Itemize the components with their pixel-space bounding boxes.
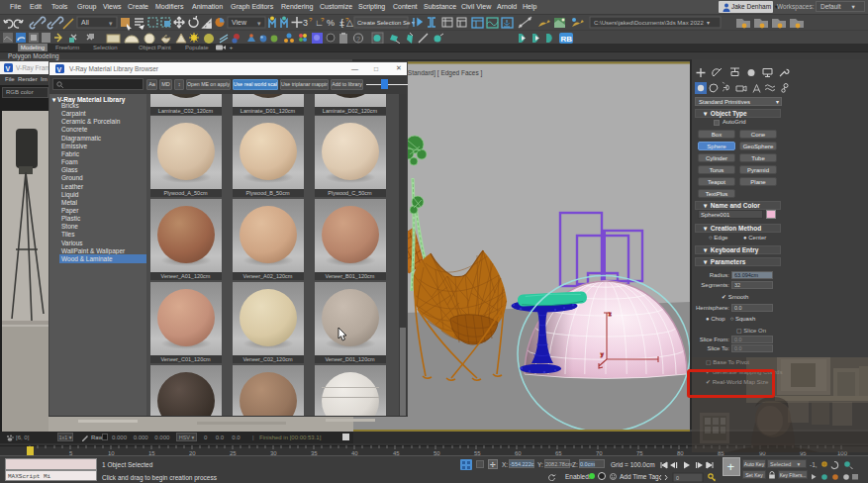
svg-text:▾: ▾	[257, 20, 261, 27]
svg-text:▾: ▾	[109, 20, 113, 27]
svg-text:C:\Users\jaked\Documents\3ds M: C:\Users\jaked\Documents\3ds Max 2022 ▾	[594, 20, 710, 26]
svg-text:{: {	[340, 18, 343, 28]
svg-text:Create Selection Se ▾: Create Selection Se ▾	[357, 20, 415, 26]
svg-text:[Standard] [ Edged Faces ]: [Standard] [ Edged Faces ]	[406, 69, 483, 77]
svg-text:RB: RB	[561, 35, 573, 44]
svg-text:All: All	[81, 19, 89, 26]
svg-text:V: V	[6, 65, 11, 72]
svg-text:-1,: -1,	[810, 461, 818, 468]
svg-text:0: 0	[676, 475, 679, 481]
svg-text:View: View	[232, 19, 247, 26]
svg-text:%: %	[327, 18, 335, 28]
svg-text:?: ?	[321, 17, 325, 23]
svg-text:△: △	[346, 18, 353, 28]
svg-text:?: ?	[356, 36, 360, 43]
svg-text:V: V	[57, 66, 62, 73]
svg-text:?: ?	[309, 17, 313, 23]
svg-text:3: 3	[303, 18, 308, 28]
